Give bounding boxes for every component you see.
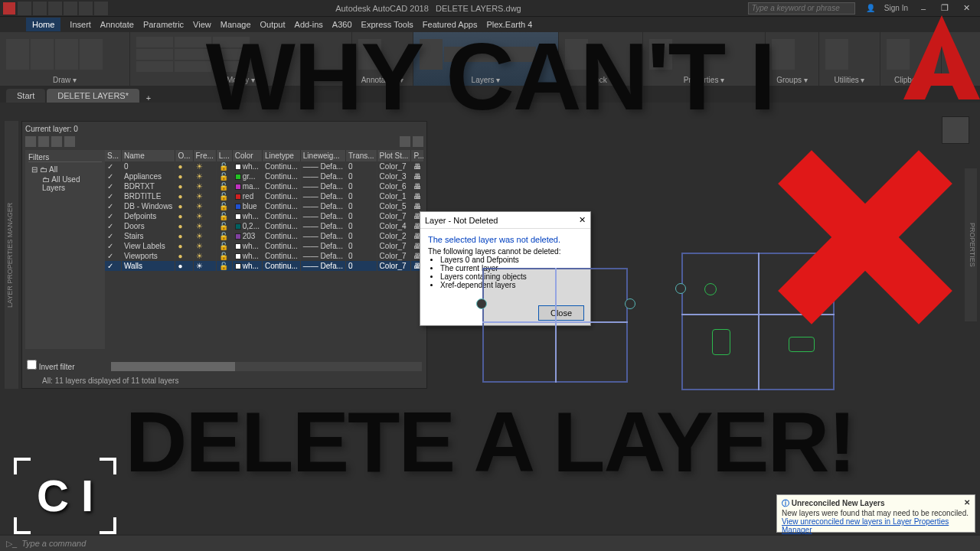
- new-layer-frozen-icon[interactable]: [38, 136, 49, 147]
- qat-save-icon[interactable]: [48, 2, 62, 15]
- layer-column-header[interactable]: L...: [216, 150, 232, 161]
- tab-insert[interactable]: Insert: [70, 20, 91, 29]
- tab-parametric[interactable]: Parametric: [143, 20, 184, 29]
- doc-tab-active[interactable]: DELETE LAYERS*: [47, 89, 139, 103]
- layer-row[interactable]: ✓Appliances●☀🔓gr...Continu...—— Defa...0…: [105, 171, 423, 181]
- layer-column-header[interactable]: Trans...: [346, 150, 377, 161]
- autocad-app-icon[interactable]: [3, 2, 15, 15]
- layer-row[interactable]: ✓Doors●☀🔓0,2...Continu...—— Defa...0Colo…: [105, 221, 423, 231]
- command-input[interactable]: Type a command: [21, 539, 86, 548]
- tab-express-tools[interactable]: Express Tools: [361, 20, 413, 29]
- arc-icon[interactable]: [80, 39, 103, 70]
- qat-open-icon[interactable]: [33, 2, 47, 15]
- layer-row[interactable]: ✓Walls●☀🔓wh...Continu...—— Defa...0Color…: [105, 261, 423, 271]
- tab-view[interactable]: View: [193, 20, 211, 29]
- rotate-icon[interactable]: [175, 37, 211, 47]
- tab-manage[interactable]: Manage: [220, 20, 251, 29]
- layer-column-header[interactable]: Fre...: [193, 150, 216, 161]
- layer-row[interactable]: ✓Viewports●☀🔓wh...Continu...—— Defa...0C…: [105, 251, 423, 261]
- line-icon[interactable]: [6, 39, 29, 70]
- properties-palette-tab[interactable]: PROPERTIES: [965, 168, 977, 321]
- layer-column-header[interactable]: P...: [411, 150, 423, 161]
- command-icon: ▷_: [6, 539, 17, 549]
- layer-column-header[interactable]: Linetype: [263, 150, 301, 161]
- invert-filter-checkbox[interactable]: Invert filter: [27, 360, 74, 371]
- insert-block-icon[interactable]: [565, 39, 588, 70]
- new-layer-icon[interactable]: [25, 136, 36, 147]
- measure-icon[interactable]: [825, 39, 848, 70]
- doc-tab-start[interactable]: Start: [6, 89, 45, 103]
- copy-icon[interactable]: [136, 49, 173, 60]
- restore-button[interactable]: ❐: [934, 3, 956, 13]
- layer-row[interactable]: ✓Defpoints●☀🔓wh...Continu...—— Defa...0C…: [105, 211, 423, 221]
- layer-row[interactable]: ✓DB - Windows●☀🔓blueContinu...—— Defa...…: [105, 201, 423, 211]
- layer-hscrollbar[interactable]: [111, 362, 422, 371]
- layer-column-header[interactable]: O...: [175, 150, 193, 161]
- ribbon-group-utilities[interactable]: Utilities ▾: [825, 74, 874, 84]
- layer-states-icon[interactable]: [400, 136, 410, 147]
- tab-output[interactable]: Output: [260, 20, 286, 29]
- layer-column-header[interactable]: S...: [105, 150, 122, 161]
- layer-properties-icon[interactable]: [420, 39, 443, 70]
- file-name: DELETE LAYERS.dwg: [436, 4, 521, 13]
- ribbon-group-modify[interactable]: Modify ▾: [136, 74, 345, 84]
- polyline-icon[interactable]: [31, 39, 54, 70]
- layer-row[interactable]: ✓View Labels●☀🔓wh...Continu...—— Defa...…: [105, 241, 423, 251]
- layer-row[interactable]: ✓BDRTXT●☀🔓ma...Continu...—— Defa...0Colo…: [105, 181, 423, 191]
- ribbon-group-layers[interactable]: Layers ▾: [420, 74, 552, 84]
- qat-new-icon[interactable]: [18, 2, 31, 15]
- ribbon-tabs: Home Insert Annotate Parametric View Man…: [0, 17, 980, 32]
- layer-table: S...NameO...Fre...L...ColorLinetypeLinew…: [105, 150, 423, 271]
- tab-addins[interactable]: Add-ins: [295, 20, 323, 29]
- tab-a360[interactable]: A360: [332, 20, 352, 29]
- ribbon-group-draw[interactable]: Draw ▾: [6, 74, 123, 84]
- array-icon[interactable]: [213, 61, 250, 72]
- mirror-icon[interactable]: [175, 49, 211, 60]
- close-window-button[interactable]: ✕: [956, 3, 977, 13]
- qat-redo-icon[interactable]: [94, 2, 108, 15]
- dialog-close-icon[interactable]: ✕: [579, 215, 586, 225]
- layer-row[interactable]: ✓Stairs●☀🔓203Continu...—— Defa...0Color_…: [105, 231, 423, 241]
- scale-icon[interactable]: [175, 61, 211, 72]
- layer-filters-tree: Filters ⊟ 🗀 All 🗀 All Used Layers: [25, 150, 105, 349]
- tab-annotate[interactable]: Annotate: [100, 20, 134, 29]
- text-icon[interactable]: [358, 39, 381, 70]
- layer-column-header[interactable]: Name: [122, 150, 175, 161]
- minimize-button[interactable]: –: [913, 4, 934, 13]
- stretch-icon[interactable]: [136, 61, 173, 72]
- filter-used-layers[interactable]: 🗀 All Used Layers: [28, 175, 102, 192]
- delete-layer-icon[interactable]: [51, 136, 62, 147]
- ribbon-group-annotation[interactable]: Annotation ▾: [358, 74, 407, 84]
- ribbon-group-groups[interactable]: Groups ▾: [772, 74, 812, 84]
- filter-all[interactable]: ⊟ 🗀 All: [28, 165, 102, 174]
- layer-settings-icon[interactable]: [413, 136, 423, 147]
- tab-featured-apps[interactable]: Featured Apps: [423, 20, 478, 29]
- ribbon-group-properties[interactable]: Properties ▾: [649, 74, 759, 84]
- circle-icon[interactable]: [55, 39, 78, 70]
- signin-button[interactable]: Sign In: [884, 4, 908, 12]
- trim-icon[interactable]: [213, 37, 250, 47]
- layer-column-header[interactable]: Lineweig...: [300, 150, 345, 161]
- fillet-icon[interactable]: [213, 49, 250, 60]
- layer-properties-manager: Current layer: 0 Filters ⊟ 🗀 All 🗀 All U…: [21, 121, 427, 389]
- help-search-input[interactable]: [748, 2, 855, 15]
- ribbon-group-block[interactable]: Block ▾: [565, 74, 636, 84]
- tab-home[interactable]: Home: [26, 18, 60, 31]
- match-properties-icon[interactable]: [649, 39, 672, 70]
- balloon-close-icon[interactable]: ✕: [964, 498, 970, 509]
- tab-plexearth[interactable]: Plex.Earth 4: [486, 20, 532, 29]
- move-icon[interactable]: [136, 37, 173, 47]
- layer-column-header[interactable]: Plot St...: [377, 150, 411, 161]
- layer-dropdown[interactable]: [444, 47, 536, 62]
- unreconciled-layers-balloon: ⓘ Unreconciled New Layers ✕ New layers w…: [776, 494, 975, 533]
- layer-row[interactable]: ✓0●☀🔓wh...Continu...—— Defa...0Color_7🖶▢: [105, 161, 423, 171]
- qat-saveas-icon[interactable]: [64, 2, 77, 15]
- signin-icon[interactable]: 👤: [866, 4, 875, 12]
- layer-column-header[interactable]: Color: [232, 150, 262, 161]
- set-current-icon[interactable]: [64, 136, 75, 147]
- balloon-link[interactable]: View unreconciled new layers in Layer Pr…: [782, 517, 949, 534]
- qat-undo-icon[interactable]: [79, 2, 93, 15]
- layer-row[interactable]: ✓BRDTITLE●☀🔓redContinu...—— Defa...0Colo…: [105, 191, 423, 201]
- doc-tab-add-button[interactable]: +: [141, 93, 156, 103]
- group-icon[interactable]: [772, 39, 795, 70]
